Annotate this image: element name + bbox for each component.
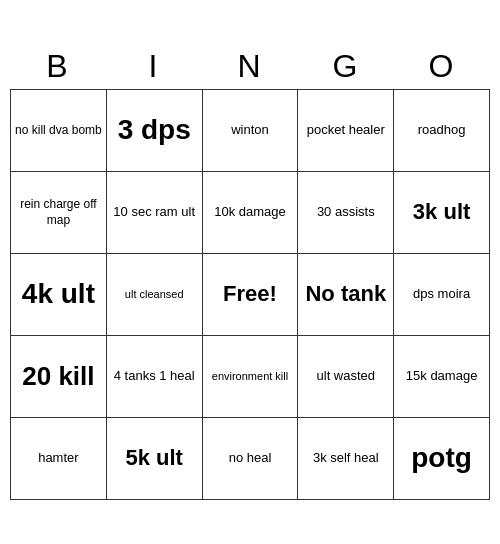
bingo-cell-6: 10 sec ram ult	[107, 172, 203, 254]
bingo-cell-18: ult wasted	[298, 336, 394, 418]
bingo-cell-17: environment kill	[203, 336, 299, 418]
bingo-cell-13: No tank	[298, 254, 394, 336]
header-letter-G: G	[298, 44, 394, 89]
header-letter-B: B	[10, 44, 106, 89]
bingo-cell-0: no kill dva bomb	[11, 90, 107, 172]
bingo-cell-9: 3k ult	[394, 172, 490, 254]
bingo-cell-19: 15k damage	[394, 336, 490, 418]
bingo-cell-21: 5k ult	[107, 418, 203, 500]
bingo-grid: no kill dva bomb3 dpswintonpocket healer…	[10, 89, 490, 500]
bingo-cell-20: hamter	[11, 418, 107, 500]
bingo-cell-15: 20 kill	[11, 336, 107, 418]
bingo-cell-16: 4 tanks 1 heal	[107, 336, 203, 418]
bingo-board: BINGO no kill dva bomb3 dpswintonpocket …	[10, 44, 490, 500]
bingo-cell-5: rein charge off map	[11, 172, 107, 254]
bingo-cell-2: winton	[203, 90, 299, 172]
bingo-cell-8: 30 assists	[298, 172, 394, 254]
bingo-cell-14: dps moira	[394, 254, 490, 336]
bingo-cell-11: ult cleansed	[107, 254, 203, 336]
bingo-cell-12: Free!	[203, 254, 299, 336]
header-letter-I: I	[106, 44, 202, 89]
bingo-cell-22: no heal	[203, 418, 299, 500]
header-letter-O: O	[394, 44, 490, 89]
bingo-cell-1: 3 dps	[107, 90, 203, 172]
bingo-cell-24: potg	[394, 418, 490, 500]
bingo-cell-10: 4k ult	[11, 254, 107, 336]
header-letter-N: N	[202, 44, 298, 89]
bingo-cell-23: 3k self heal	[298, 418, 394, 500]
bingo-cell-3: pocket healer	[298, 90, 394, 172]
bingo-cell-7: 10k damage	[203, 172, 299, 254]
bingo-cell-4: roadhog	[394, 90, 490, 172]
bingo-header: BINGO	[10, 44, 490, 89]
